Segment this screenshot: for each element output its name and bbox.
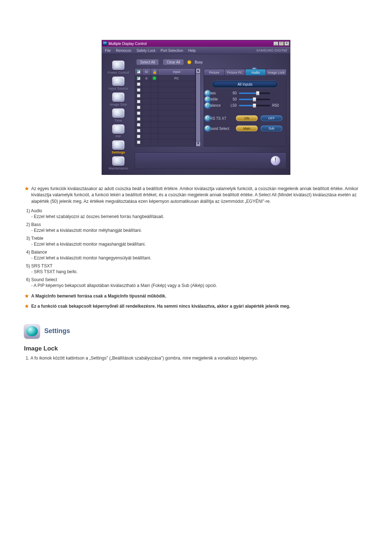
- sidebar-item-time[interactable]: Time: [112, 108, 124, 122]
- all-inputs-button[interactable]: All Inputs: [212, 81, 278, 87]
- checkbox-icon[interactable]: [137, 94, 140, 98]
- scroll-up-button[interactable]: ▲: [196, 69, 200, 74]
- srs-label: SRS TS XT: [208, 116, 233, 120]
- bass-value: 60: [227, 91, 237, 95]
- sidebar-item-pip[interactable]: PIP: [112, 124, 124, 138]
- checkbox-icon[interactable]: [137, 117, 140, 121]
- balance-slider[interactable]: [239, 105, 270, 106]
- tab-picture[interactable]: Picture: [204, 69, 225, 75]
- cell-id: [142, 99, 151, 104]
- list-item: 1) Audio- Ezzel lehet szabályozni az öss…: [26, 208, 368, 219]
- list-item: 4) Balance- Ezzel lehet a kiválasztott m…: [26, 250, 368, 260]
- cell-id: [142, 134, 151, 139]
- sidebar-item-label: Time: [115, 119, 122, 122]
- grid-scrollbar[interactable]: ▲ ▼: [196, 68, 201, 147]
- table-row[interactable]: [135, 133, 195, 139]
- select-all-button[interactable]: Select All: [136, 59, 159, 65]
- tab-image-lock[interactable]: Image Lock: [266, 69, 287, 75]
- checkbox-icon[interactable]: [137, 129, 140, 132]
- menu-remocon[interactable]: Remocon: [116, 49, 131, 53]
- sidebar: Power ControlInput SourceImage SizeTimeP…: [102, 54, 135, 175]
- sidebar-item-label: PIP: [115, 135, 121, 138]
- maximize-button[interactable]: □: [279, 41, 284, 46]
- list-item-head: 5) SRS TSXT: [26, 263, 368, 268]
- sidebar-item-power-control[interactable]: Power Control: [107, 61, 129, 74]
- cell-input: [158, 81, 195, 87]
- menu-port-selection[interactable]: Port Selection: [160, 49, 183, 53]
- sidebar-item-input-source[interactable]: Input Source: [109, 77, 128, 90]
- menu-help[interactable]: Help: [188, 49, 196, 53]
- table-row[interactable]: 0PC: [135, 75, 195, 81]
- sound-sub-button[interactable]: Sub: [261, 126, 282, 131]
- table-row[interactable]: [135, 87, 195, 93]
- bass-slider[interactable]: [239, 93, 270, 94]
- list-item-sub: - Ezzel lehet szabályozni az összes beme…: [31, 214, 368, 219]
- menu-safety-lock[interactable]: Safety Lock: [136, 49, 155, 53]
- tab-picture-pc[interactable]: Picture PC: [224, 69, 245, 75]
- checkbox-icon[interactable]: [137, 100, 140, 103]
- scroll-down-button[interactable]: ▼: [196, 141, 200, 146]
- star-icon: [24, 303, 29, 309]
- checkbox-icon[interactable]: [137, 77, 140, 80]
- note-2: A MagicInfo bemeneti forrása csak a Magi…: [31, 293, 166, 299]
- info-icon: [271, 156, 280, 165]
- table-row[interactable]: [135, 122, 195, 127]
- app-icon: [103, 41, 107, 46]
- grid-header-status: 🔒: [151, 69, 158, 75]
- busy-label: Busy: [195, 60, 203, 64]
- cell-input: [158, 134, 195, 139]
- sidebar-icon: [112, 124, 124, 134]
- table-row[interactable]: [135, 127, 195, 133]
- table-row[interactable]: [135, 98, 195, 104]
- treble-value: 50: [227, 97, 237, 101]
- list-item-head: 4) Balance: [26, 250, 368, 255]
- cell-input: [158, 104, 195, 110]
- sidebar-item-maintenance[interactable]: Maintenance: [109, 156, 128, 170]
- sound-main-button[interactable]: Main: [236, 126, 258, 131]
- window-title: Multiple Display Control: [109, 42, 147, 46]
- audio-panel: All Inputs 2 Bass 60 3 Treble: [204, 75, 286, 147]
- checkbox-icon[interactable]: [137, 111, 140, 115]
- clear-all-button[interactable]: Clear All: [163, 59, 184, 65]
- checkbox-icon[interactable]: [137, 82, 140, 86]
- grid-header-id: ID: [142, 69, 151, 75]
- list-item-head: 1) Audio: [26, 208, 368, 213]
- table-row[interactable]: [135, 116, 195, 122]
- close-button[interactable]: ×: [284, 41, 289, 46]
- table-row[interactable]: [135, 139, 195, 145]
- srs-on-button[interactable]: ON: [236, 115, 258, 121]
- grid-header-checkbox[interactable]: [135, 69, 142, 75]
- table-row[interactable]: [135, 110, 195, 116]
- tab-audio[interactable]: Audio: [245, 69, 266, 75]
- sidebar-item-label: Power Control: [107, 71, 129, 74]
- sidebar-item-image-size[interactable]: Image Size: [110, 93, 127, 106]
- table-row[interactable]: [135, 81, 195, 87]
- lock-icon: 🔒: [152, 70, 157, 74]
- checkbox-icon[interactable]: [137, 88, 140, 92]
- srs-off-button[interactable]: OFF: [261, 115, 282, 121]
- treble-slider[interactable]: [239, 99, 270, 100]
- cell-input: [158, 122, 195, 127]
- sidebar-item-settings[interactable]: Settings: [111, 140, 125, 154]
- callout-3: 3: [205, 97, 211, 102]
- table-row[interactable]: [135, 104, 195, 110]
- checkbox-icon[interactable]: [137, 106, 140, 109]
- checkbox-icon: [137, 70, 140, 74]
- checkbox-icon[interactable]: [137, 140, 140, 144]
- list-item-head: 2) Bass: [26, 222, 368, 227]
- checkbox-icon[interactable]: [137, 135, 140, 138]
- sidebar-item-label: Settings: [111, 151, 125, 154]
- cell-input: [158, 87, 195, 93]
- table-row[interactable]: [135, 93, 195, 98]
- star-icon: [24, 293, 29, 299]
- list-item: 3) Treble- Ezzel lehet a kiválasztott mo…: [26, 236, 368, 247]
- menu-file[interactable]: File: [105, 49, 111, 53]
- cell-input: PC: [158, 75, 195, 81]
- cell-id: [142, 87, 151, 93]
- cell-input: [158, 110, 195, 116]
- star-icon: [24, 186, 29, 205]
- checkbox-icon[interactable]: [137, 123, 140, 127]
- sidebar-item-label: Input Source: [109, 87, 128, 90]
- minimize-button[interactable]: _: [273, 41, 278, 46]
- note-3: Ez a funkció csak bekapcsolt képernyőnél…: [31, 303, 290, 309]
